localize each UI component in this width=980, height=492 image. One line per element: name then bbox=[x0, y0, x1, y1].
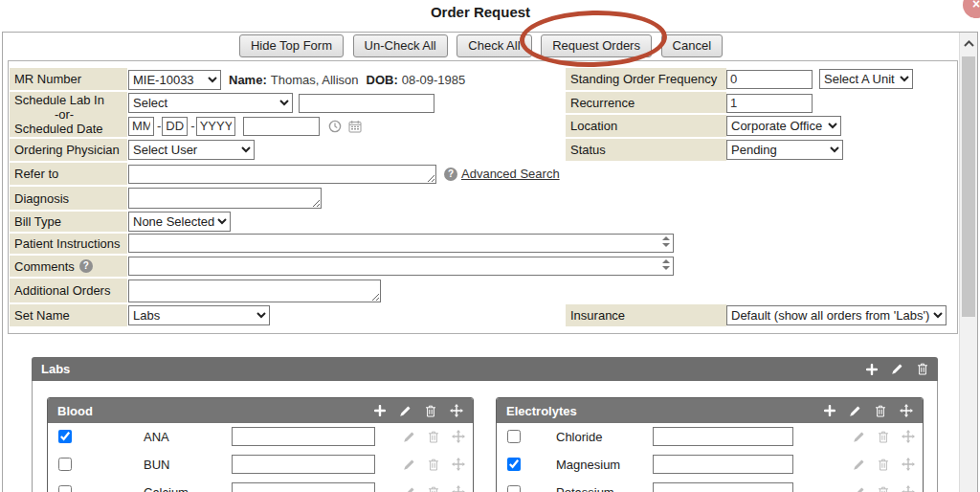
date-time-input[interactable] bbox=[243, 117, 320, 136]
refer-to-row: ? Advanced Search bbox=[128, 164, 560, 184]
bill-type-label: Bill Type bbox=[10, 212, 127, 232]
check-all-button[interactable]: Check All bbox=[457, 34, 531, 57]
delete-icon[interactable] bbox=[428, 458, 439, 471]
lab-item-checkbox[interactable] bbox=[58, 485, 72, 492]
close-icon[interactable]: × bbox=[963, 0, 980, 18]
order-form: MR Number Schedule Lab In -or- Scheduled… bbox=[8, 60, 958, 334]
add-icon[interactable] bbox=[866, 364, 878, 375]
edit-icon[interactable] bbox=[403, 485, 415, 492]
vertical-scrollbar[interactable] bbox=[959, 33, 977, 492]
lab-item-label: Chloride bbox=[556, 430, 602, 444]
page-title: Order Request bbox=[0, 4, 961, 20]
edit-icon[interactable] bbox=[853, 458, 865, 471]
request-orders-button[interactable]: Request Orders bbox=[541, 34, 652, 57]
refer-to-input[interactable] bbox=[128, 165, 436, 184]
standing-order-frequency-label: Standing Order Frequency bbox=[566, 68, 726, 90]
edit-icon[interactable] bbox=[853, 430, 865, 443]
lab-item-checkbox[interactable] bbox=[507, 485, 521, 492]
mr-number-label: MR Number bbox=[10, 68, 127, 90]
edit-icon[interactable] bbox=[891, 363, 903, 375]
patient-instructions-input[interactable] bbox=[128, 234, 674, 253]
edit-icon[interactable] bbox=[403, 430, 415, 443]
delete-icon[interactable] bbox=[425, 405, 436, 417]
unit-select[interactable]: Select A Unit bbox=[819, 69, 913, 89]
move-icon[interactable] bbox=[452, 458, 465, 471]
delete-icon[interactable] bbox=[428, 485, 439, 492]
schedule-interval-select[interactable]: Select bbox=[128, 93, 293, 113]
advanced-search-link[interactable]: Advanced Search bbox=[461, 167, 560, 181]
status-select[interactable]: Pending bbox=[726, 140, 843, 160]
edit-icon[interactable] bbox=[403, 458, 415, 471]
lab-item-label: Potassium bbox=[556, 485, 614, 492]
scroll-up-icon[interactable] bbox=[960, 33, 977, 54]
refer-to-help-icon[interactable]: ? bbox=[444, 168, 457, 181]
delete-icon[interactable] bbox=[878, 430, 889, 443]
recurrence-input[interactable] bbox=[726, 94, 813, 113]
move-icon[interactable] bbox=[900, 404, 913, 417]
ordering-physician-select[interactable]: Select User bbox=[128, 140, 255, 160]
location-select[interactable]: Corporate Office bbox=[726, 116, 841, 136]
move-icon[interactable] bbox=[450, 404, 463, 417]
move-icon[interactable] bbox=[452, 485, 465, 492]
labs-section-title: Labs bbox=[41, 362, 70, 376]
toolbar: Hide Top Form Un-Check All Check All Req… bbox=[3, 34, 959, 57]
panel-electrolytes-title: Electrolytes bbox=[506, 404, 577, 418]
move-icon[interactable] bbox=[902, 430, 915, 443]
edit-icon[interactable] bbox=[849, 405, 861, 417]
clock-icon[interactable] bbox=[328, 120, 342, 133]
lab-item-input[interactable] bbox=[232, 482, 375, 492]
scrollbar-thumb[interactable] bbox=[962, 56, 975, 317]
spinner-icon bbox=[662, 236, 670, 247]
add-icon[interactable] bbox=[824, 405, 835, 416]
lab-item-checkbox[interactable] bbox=[58, 430, 72, 443]
additional-orders-label: Additional Orders bbox=[10, 279, 127, 302]
lab-item-input[interactable] bbox=[653, 427, 793, 446]
delete-icon[interactable] bbox=[428, 430, 439, 443]
date-mm-input[interactable] bbox=[128, 117, 154, 136]
add-icon[interactable] bbox=[374, 405, 386, 416]
lab-item-checkbox[interactable] bbox=[58, 458, 72, 471]
hide-top-form-button[interactable]: Hide Top Form bbox=[239, 34, 344, 57]
comments-label-text: Comments bbox=[14, 259, 75, 274]
move-icon[interactable] bbox=[902, 485, 915, 492]
mr-number-select[interactable]: MIE-10033 bbox=[128, 70, 221, 90]
lab-item-row: ANA bbox=[48, 423, 473, 451]
delete-icon[interactable] bbox=[878, 458, 889, 471]
additional-orders-input[interactable] bbox=[128, 280, 381, 302]
lab-item-row: Calcium bbox=[48, 479, 473, 492]
refer-to-label: Refer to bbox=[10, 163, 127, 185]
location-row: Corporate Office bbox=[726, 116, 841, 136]
lab-item-input[interactable] bbox=[232, 455, 375, 474]
move-icon[interactable] bbox=[452, 430, 465, 443]
insurance-label: Insurance bbox=[566, 304, 726, 326]
lab-item-input[interactable] bbox=[653, 482, 793, 492]
calendar-icon[interactable] bbox=[348, 120, 362, 133]
comments-help-icon[interactable]: ? bbox=[79, 259, 93, 273]
patient-dob-label: DOB: bbox=[367, 73, 398, 87]
edit-icon[interactable] bbox=[853, 485, 865, 492]
set-name-select[interactable]: Labs bbox=[128, 305, 270, 325]
lab-item-input[interactable] bbox=[653, 455, 793, 474]
date-yyyy-input[interactable] bbox=[196, 117, 235, 136]
bill-type-select[interactable]: None Selected bbox=[128, 212, 231, 232]
lab-item-checkbox[interactable] bbox=[507, 458, 521, 471]
delete-icon[interactable] bbox=[878, 485, 889, 492]
schedule-label-bottom: Scheduled Date bbox=[14, 122, 103, 136]
cancel-button[interactable]: Cancel bbox=[661, 34, 723, 57]
standing-order-frequency-input[interactable] bbox=[726, 70, 813, 89]
date-dd-input[interactable] bbox=[162, 117, 188, 136]
lab-item-checkbox[interactable] bbox=[507, 430, 521, 443]
diagnosis-input[interactable] bbox=[128, 188, 322, 209]
lab-item-input[interactable] bbox=[232, 427, 375, 446]
schedule-interval-input[interactable] bbox=[299, 94, 434, 113]
status-row: Pending bbox=[726, 140, 843, 160]
move-icon[interactable] bbox=[902, 458, 915, 471]
lab-item-label: BUN bbox=[144, 458, 169, 472]
insurance-select[interactable]: Default (show all orders from 'Labs') bbox=[726, 305, 947, 325]
comments-input[interactable] bbox=[128, 257, 674, 276]
uncheck-all-button[interactable]: Un-Check All bbox=[353, 34, 448, 57]
edit-icon[interactable] bbox=[399, 405, 412, 417]
delete-icon[interactable] bbox=[875, 405, 886, 417]
delete-icon[interactable] bbox=[917, 363, 928, 375]
panel-blood-title: Blood bbox=[57, 404, 93, 418]
